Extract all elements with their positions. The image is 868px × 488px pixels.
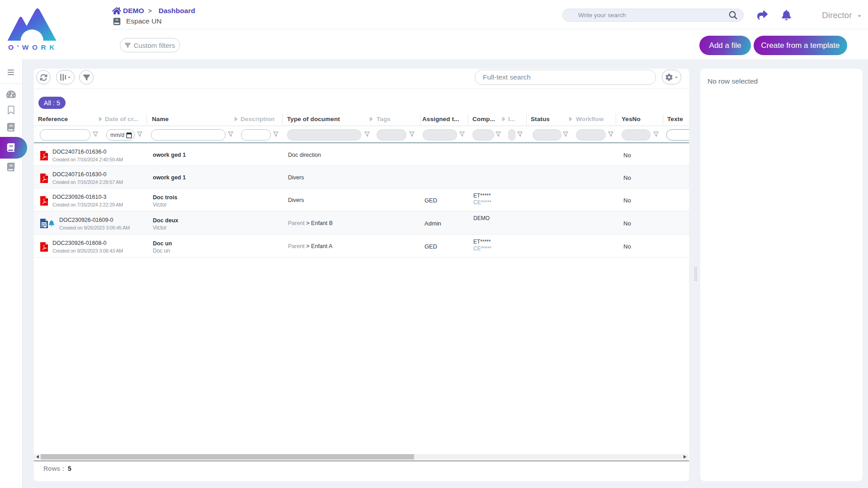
svg-text:O'WORK: O'WORK xyxy=(8,43,58,51)
